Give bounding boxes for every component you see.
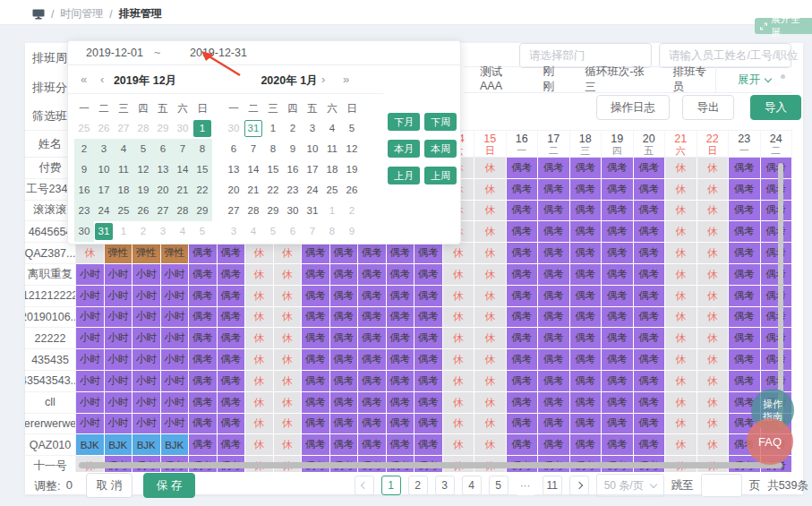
shift-cell[interactable]: 休 (697, 392, 730, 414)
calendar-day[interactable]: 3 (224, 221, 244, 242)
shift-cell[interactable]: 休 (665, 328, 697, 349)
shift-cell[interactable]: 小时 (132, 349, 161, 371)
shift-cell[interactable]: 小时 (105, 286, 133, 307)
shift-cell[interactable]: 偶考 (538, 158, 570, 179)
shift-cell[interactable]: 偶考 (330, 371, 359, 392)
shift-cell[interactable]: 小时 (161, 349, 190, 371)
shift-cell[interactable]: 偶考 (570, 414, 603, 435)
shift-cell[interactable]: 小时 (161, 328, 190, 349)
calendar-day[interactable]: 14 (173, 159, 192, 180)
shift-cell[interactable]: 偶考 (729, 349, 761, 371)
shift-cell[interactable]: 偶考 (358, 307, 387, 329)
shift-cell[interactable]: 偶考 (761, 179, 793, 201)
shift-cell[interactable]: 偶考 (358, 392, 387, 414)
shift-cell[interactable]: 偶考 (507, 158, 539, 179)
shift-cell[interactable]: 偶考 (507, 371, 539, 392)
calendar-day[interactable]: 8 (263, 139, 283, 159)
shift-cell[interactable]: 休 (697, 349, 730, 371)
shift-cell[interactable]: 休 (274, 243, 303, 264)
shift-cell[interactable]: 小时 (105, 349, 133, 371)
shift-cell[interactable]: 偶考 (218, 371, 246, 392)
shift-cell[interactable]: 休 (245, 243, 274, 264)
shift-cell[interactable]: 偶考 (507, 286, 539, 307)
calendar-day[interactable]: 12 (133, 159, 153, 180)
shift-cell[interactable]: 休 (443, 349, 475, 371)
shift-group-tag[interactable]: 排班专员 (672, 64, 715, 95)
shift-cell[interactable]: 偶考 (570, 328, 603, 349)
shift-cell[interactable]: 休 (474, 201, 507, 222)
shift-cell[interactable]: 休 (474, 221, 507, 243)
next-year-button[interactable]: » (343, 73, 349, 86)
shift-cell[interactable]: 偶考 (761, 328, 793, 349)
shift-cell[interactable]: 休 (474, 158, 507, 179)
shift-cell[interactable]: 小时 (132, 414, 161, 435)
page-button-1[interactable]: 1 (381, 476, 401, 495)
shift-cell[interactable]: 偶考 (218, 434, 246, 456)
shift-cell[interactable]: 偶考 (634, 158, 666, 179)
shift-cell[interactable]: 偶考 (538, 371, 570, 392)
calendar-day[interactable]: 30 (224, 118, 244, 139)
shift-cell[interactable]: 小时 (161, 307, 190, 329)
shift-cell[interactable]: 偶考 (415, 414, 443, 435)
shift-cell[interactable]: 休 (245, 328, 274, 349)
shift-cell[interactable]: 偶考 (634, 286, 666, 307)
shift-cell[interactable]: 偶考 (330, 434, 359, 456)
calendar-day[interactable]: 28 (133, 118, 153, 139)
calendar-day[interactable]: 14 (244, 159, 263, 180)
shift-cell[interactable]: 偶考 (415, 349, 443, 371)
operation-log-button[interactable]: 操作日志 (596, 95, 670, 120)
expand-toggle[interactable]: 展开 (715, 67, 792, 92)
shift-cell[interactable]: 小时 (132, 328, 161, 349)
page-button-11[interactable]: 11 (543, 476, 562, 495)
shift-cell[interactable]: 休 (245, 264, 274, 286)
vertical-scrollbar[interactable] (778, 163, 783, 428)
shift-cell[interactable]: 休 (665, 286, 697, 307)
calendar-day[interactable]: 4 (114, 139, 133, 159)
shift-cell[interactable]: 小时 (76, 349, 105, 371)
shift-cell[interactable]: 休 (697, 414, 730, 435)
shift-cell[interactable]: 偶考 (570, 221, 603, 243)
shift-cell[interactable]: 小时 (76, 414, 105, 435)
shift-cell[interactable]: 偶考 (302, 414, 330, 435)
shift-cell[interactable]: 偶考 (302, 392, 330, 414)
calendar-day[interactable]: 3 (94, 139, 114, 159)
shift-cell[interactable]: 偶考 (602, 371, 634, 392)
shift-cell[interactable]: 休 (443, 434, 475, 456)
shift-cell[interactable]: 偶考 (602, 179, 634, 201)
shift-cell[interactable]: 小时 (161, 286, 190, 307)
shift-cell[interactable]: 偶考 (415, 264, 443, 286)
shift-cell[interactable]: 休 (665, 179, 697, 201)
shift-cell[interactable]: 偶考 (538, 392, 570, 414)
shift-cell[interactable]: 休 (474, 179, 507, 201)
shift-cell[interactable]: 休 (665, 307, 697, 329)
shift-cell[interactable]: 偶考 (218, 286, 246, 307)
shift-cell[interactable]: 偶考 (602, 264, 634, 286)
shift-cell[interactable]: 偶考 (330, 414, 359, 435)
shift-cell[interactable]: 偶考 (218, 307, 246, 329)
shift-cell[interactable]: 偶考 (634, 201, 666, 222)
shift-cell[interactable]: 偶考 (415, 286, 443, 307)
shift-cell[interactable]: 偶考 (507, 179, 539, 201)
calendar-day[interactable]: 4 (173, 221, 192, 242)
shift-cell[interactable]: 休 (697, 328, 730, 349)
shift-cell[interactable]: 偶考 (387, 414, 415, 435)
shift-cell[interactable]: 偶考 (570, 392, 603, 414)
shift-cell[interactable]: 休 (665, 158, 697, 179)
calendar-day[interactable]: 26 (94, 118, 114, 139)
shift-cell[interactable]: 偶考 (330, 264, 359, 286)
quick-range-button[interactable]: 本月 (388, 140, 420, 158)
shift-cell[interactable]: 小时 (161, 414, 190, 435)
shift-cell[interactable]: 偶考 (634, 328, 666, 349)
calendar-day[interactable]: 11 (322, 139, 342, 159)
calendar-day[interactable]: 16 (283, 159, 303, 180)
shift-cell[interactable]: 偶考 (634, 243, 666, 264)
department-input[interactable] (520, 49, 677, 62)
shift-cell[interactable]: 小时 (132, 286, 161, 307)
shift-cell[interactable]: 偶考 (570, 179, 603, 201)
page-button-2[interactable]: 2 (408, 476, 428, 495)
calendar-day[interactable]: 21 (244, 180, 263, 201)
shift-cell[interactable]: 小时 (76, 392, 105, 414)
shift-cell[interactable]: 偶考 (729, 179, 761, 201)
quick-range-button[interactable]: 上月 (388, 167, 420, 184)
shift-cell[interactable]: 休 (665, 392, 697, 414)
